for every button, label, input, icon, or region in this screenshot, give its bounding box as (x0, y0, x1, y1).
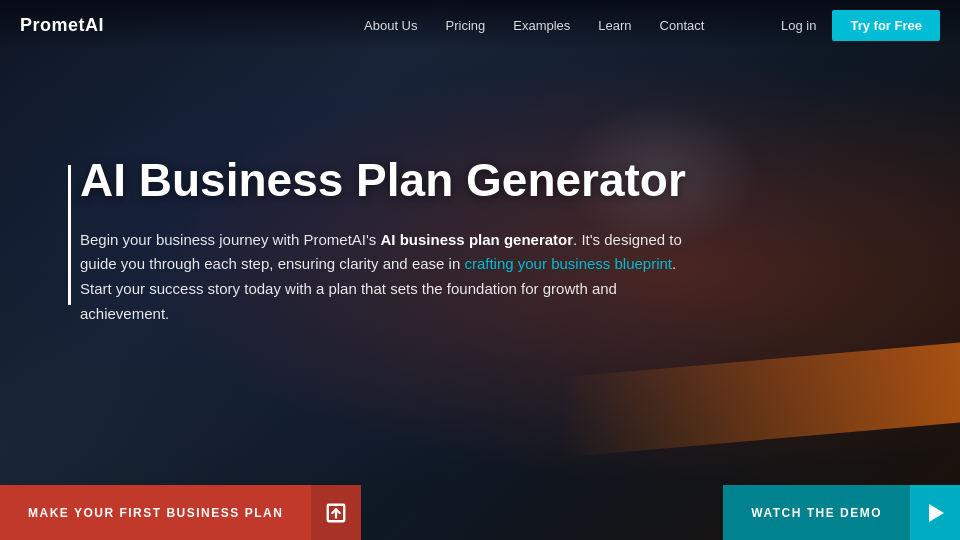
make-business-plan-button[interactable]: MAKE YOUR FIRST BUSINESS PLAN (0, 485, 311, 540)
bottom-cta-bar: MAKE YOUR FIRST BUSINESS PLAN WATCH THE … (0, 485, 960, 540)
cta-spacer (361, 485, 723, 540)
nav-contact[interactable]: Contact (660, 18, 705, 33)
upload-icon (325, 502, 347, 524)
nav-links: About Us Pricing Examples Learn Contact (364, 18, 704, 33)
hero-desc-link[interactable]: crafting your business blueprint (464, 255, 672, 272)
hero-content: AI Business Plan Generator Begin your bu… (80, 155, 700, 327)
hero-description: Begin your business journey with PrometA… (80, 228, 700, 327)
hero-desc-bold: AI business plan generator (381, 231, 574, 248)
try-for-free-button[interactable]: Try for Free (832, 10, 940, 41)
nav-actions: Log in Try for Free (781, 10, 940, 41)
hero-desc-1: Begin your business journey with PrometA… (80, 231, 381, 248)
nav-about[interactable]: About Us (364, 18, 417, 33)
play-triangle-icon (929, 504, 944, 522)
navbar: PrometAI About Us Pricing Examples Learn… (0, 0, 960, 50)
watch-demo-label: WATCH THE DEMO (751, 506, 882, 520)
login-link[interactable]: Log in (781, 18, 816, 33)
upload-icon-button[interactable] (311, 485, 361, 540)
accent-bar (68, 165, 71, 305)
nav-examples[interactable]: Examples (513, 18, 570, 33)
nav-pricing[interactable]: Pricing (446, 18, 486, 33)
hero-title: AI Business Plan Generator (80, 155, 700, 206)
play-icon-button[interactable] (910, 485, 960, 540)
brand-logo[interactable]: PrometAI (20, 15, 104, 36)
business-plan-label: MAKE YOUR FIRST BUSINESS PLAN (28, 506, 283, 520)
nav-learn[interactable]: Learn (598, 18, 631, 33)
watch-demo-button[interactable]: WATCH THE DEMO (723, 485, 910, 540)
